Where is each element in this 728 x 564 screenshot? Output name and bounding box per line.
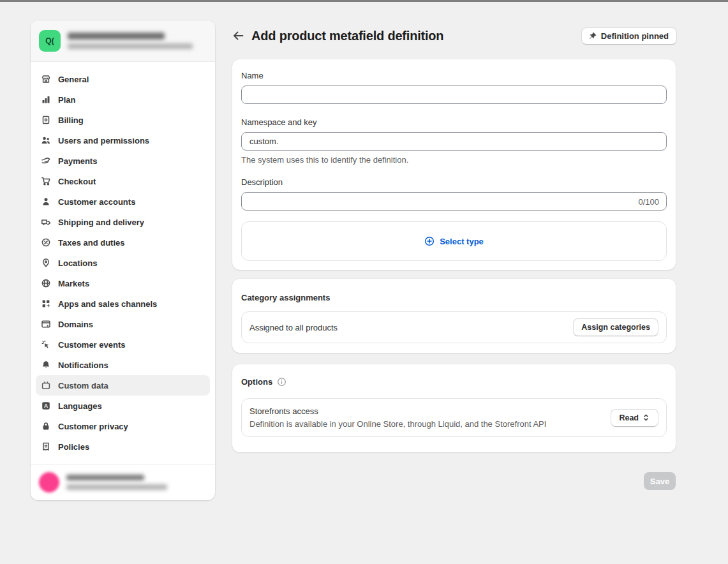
- namespace-helper-text: The system uses this to identify the def…: [241, 155, 667, 165]
- storefronts-access-row: Storefronts access Definition is availab…: [241, 398, 667, 437]
- truck-icon: [41, 217, 51, 227]
- definition-pinned-label: Definition pinned: [601, 31, 669, 41]
- sidebar-item-label: Markets: [58, 279, 89, 288]
- user-email-redacted: [66, 484, 167, 490]
- sidebar-item-customer-accounts[interactable]: Customer accounts: [36, 191, 210, 212]
- store-icon: [41, 74, 51, 84]
- definition-pinned-button[interactable]: Definition pinned: [581, 27, 677, 45]
- cursor-icon: [41, 339, 51, 350]
- sidebar-item-markets[interactable]: Markets: [36, 273, 210, 293]
- sidebar-item-label: Customer events: [58, 340, 125, 350]
- store-identity: [68, 33, 193, 49]
- sidebar-item-users-permissions[interactable]: Users and permissions: [36, 130, 210, 151]
- namespace-key-input[interactable]: [241, 132, 667, 151]
- lock-icon: [41, 421, 51, 431]
- sidebar-item-policies[interactable]: Policies: [36, 436, 210, 457]
- sidebar-item-customer-privacy[interactable]: Customer privacy: [36, 416, 210, 436]
- sidebar-item-label: Custom data: [58, 381, 108, 390]
- sidebar-item-apps-sales-channels[interactable]: Apps and sales channels: [36, 293, 210, 314]
- sidebar-item-customer-events[interactable]: Customer events: [36, 334, 210, 355]
- sidebar-item-label: General: [58, 75, 89, 84]
- category-assignments-card: Category assignments Assigned to all pro…: [232, 279, 676, 353]
- sidebar-item-shipping-delivery[interactable]: Shipping and delivery: [36, 212, 210, 232]
- name-input[interactable]: [241, 85, 667, 104]
- storefronts-access-value: Read: [619, 413, 639, 422]
- assign-categories-button[interactable]: Assign categories: [573, 318, 658, 336]
- chevron-up-down-icon: [642, 413, 650, 422]
- description-label: Description: [241, 177, 667, 187]
- definition-form-card: Name Namespace and key The system uses t…: [232, 59, 676, 270]
- category-assignments-title: Category assignments: [241, 293, 667, 302]
- percent-icon: [41, 237, 51, 248]
- cart-icon: [41, 176, 51, 186]
- sidebar-item-notifications[interactable]: Notifications: [36, 355, 210, 375]
- sidebar-item-label: Checkout: [58, 177, 96, 186]
- store-domain-redacted: [68, 43, 193, 49]
- sidebar-item-label: Customer privacy: [58, 422, 128, 431]
- sidebar-item-checkout[interactable]: Checkout: [36, 171, 210, 191]
- payments-icon: [41, 156, 51, 166]
- sidebar-item-label: Users and permissions: [58, 136, 149, 145]
- select-type-button[interactable]: Select type: [424, 236, 484, 246]
- user-card[interactable]: [31, 464, 215, 500]
- users-icon: [41, 135, 51, 145]
- location-pin-icon: [41, 258, 51, 268]
- policy-document-icon: [41, 442, 51, 452]
- sidebar-item-label: Plan: [58, 95, 75, 105]
- browser-icon: [41, 319, 51, 329]
- select-type-label: Select type: [440, 237, 484, 246]
- store-name-redacted: [68, 33, 165, 40]
- sidebar-item-label: Billing: [58, 115, 84, 125]
- storefronts-access-title: Storefronts access: [249, 406, 546, 416]
- settings-nav: General Plan Billing Users and permissio…: [31, 62, 215, 464]
- globe-icon: [41, 278, 51, 288]
- translate-icon: A: [41, 401, 51, 411]
- sidebar-item-label: Payments: [58, 156, 97, 166]
- billing-icon: [41, 115, 51, 125]
- name-label: Name: [241, 71, 667, 80]
- options-card: Options Storefronts access Definition is…: [232, 364, 676, 452]
- select-type-box: Select type: [241, 221, 667, 261]
- options-title: Options: [241, 377, 272, 387]
- top-window-strip: [0, 0, 728, 2]
- person-icon: [41, 197, 51, 207]
- storefronts-access-text: Storefronts access Definition is availab…: [249, 406, 546, 429]
- sidebar-item-general[interactable]: General: [36, 69, 210, 89]
- page-title: Add product metafield definition: [251, 29, 443, 43]
- sidebar-item-label: Policies: [58, 442, 89, 452]
- sidebar-item-payments[interactable]: Payments: [36, 151, 210, 171]
- bell-icon: [41, 360, 51, 370]
- namespace-key-label: Namespace and key: [241, 117, 667, 127]
- sidebar-item-languages[interactable]: A Languages: [36, 396, 210, 416]
- category-status-text: Assigned to all products: [249, 323, 338, 332]
- category-assignment-row: Assigned to all products Assign categori…: [241, 311, 667, 343]
- storefronts-access-description: Definition is available in your Online S…: [249, 419, 546, 429]
- sidebar-item-label: Locations: [58, 258, 97, 268]
- user-avatar: [39, 472, 59, 493]
- sidebar-item-billing[interactable]: Billing: [36, 110, 210, 130]
- sidebar-item-label: Notifications: [58, 360, 108, 370]
- sidebar-item-plan[interactable]: Plan: [36, 89, 210, 110]
- info-icon[interactable]: [277, 377, 286, 387]
- store-avatar: Q(: [39, 30, 61, 52]
- sidebar-item-label: Apps and sales channels: [58, 299, 157, 309]
- sidebar-item-label: Domains: [58, 320, 93, 329]
- sidebar-item-domains[interactable]: Domains: [36, 314, 210, 334]
- store-header[interactable]: Q(: [31, 20, 215, 62]
- sidebar-item-locations[interactable]: Locations: [36, 253, 210, 273]
- apps-grid-icon: [41, 299, 51, 309]
- sidebar-item-label: Shipping and delivery: [58, 218, 144, 227]
- svg-text:A: A: [44, 403, 48, 409]
- database-icon: [41, 380, 51, 390]
- back-arrow-icon[interactable]: [232, 29, 245, 42]
- user-name-redacted: [66, 475, 144, 480]
- page-header: Add product metafield definition Definit…: [232, 26, 677, 46]
- storefronts-access-select[interactable]: Read: [611, 409, 658, 427]
- save-button[interactable]: Save: [644, 472, 676, 490]
- description-input[interactable]: [241, 192, 667, 211]
- sidebar-item-taxes-duties[interactable]: Taxes and duties: [36, 232, 210, 253]
- sidebar-item-custom-data[interactable]: Custom data: [36, 375, 210, 396]
- settings-sidebar: Q( General Plan Billing Users and permis…: [31, 20, 215, 500]
- plan-chart-icon: [41, 94, 51, 105]
- sidebar-item-label: Languages: [58, 401, 102, 411]
